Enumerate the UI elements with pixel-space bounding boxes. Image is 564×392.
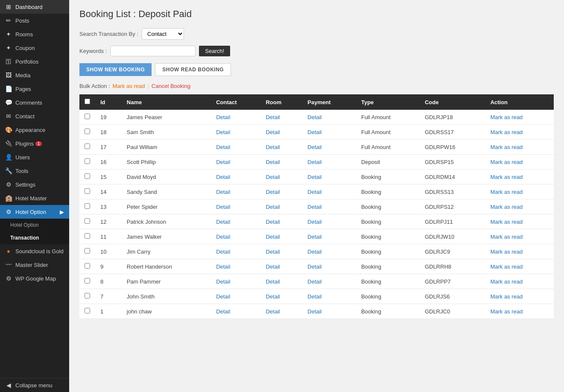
mark-read-action-link[interactable]: Mark as read <box>490 278 523 285</box>
room-detail-link[interactable]: Detail <box>266 234 280 240</box>
contact-detail-link[interactable]: Detail <box>216 129 230 135</box>
room-detail-link[interactable]: Detail <box>266 129 280 135</box>
row-checkbox[interactable] <box>85 278 90 284</box>
room-detail-link[interactable]: Detail <box>266 293 280 300</box>
sidebar-item-master-slider[interactable]: 〰 Master Slider <box>0 258 69 272</box>
contact-detail-link[interactable]: Detail <box>216 219 230 225</box>
room-detail-link[interactable]: Detail <box>266 159 280 165</box>
mark-read-action-link[interactable]: Mark as read <box>490 293 523 300</box>
row-checkbox[interactable] <box>85 263 90 269</box>
sidebar-item-posts[interactable]: ✏ Posts <box>0 14 69 27</box>
row-checkbox[interactable] <box>85 173 90 179</box>
row-checkbox[interactable] <box>85 293 90 298</box>
row-checkbox[interactable] <box>85 129 90 134</box>
payment-detail-link[interactable]: Detail <box>307 174 321 180</box>
contact-detail-link[interactable]: Detail <box>216 204 230 210</box>
sidebar-item-hotel-option-sub[interactable]: Hotel Option <box>0 219 69 231</box>
room-detail-link[interactable]: Detail <box>266 263 280 270</box>
sidebar-item-tools[interactable]: 🔧 Tools <box>0 164 69 178</box>
payment-detail-link[interactable]: Detail <box>307 189 321 195</box>
room-detail-link[interactable]: Detail <box>266 174 280 180</box>
contact-detail-link[interactable]: Detail <box>216 114 230 120</box>
sidebar-item-media[interactable]: 🖼 Media <box>0 68 69 82</box>
mark-read-action-link[interactable]: Mark as read <box>490 308 523 315</box>
contact-detail-link[interactable]: Detail <box>216 234 230 240</box>
payment-detail-link[interactable]: Detail <box>307 144 321 150</box>
row-checkbox[interactable] <box>85 233 90 239</box>
sidebar-item-soundcloud[interactable]: ● Soundcloud is Gold <box>0 244 69 258</box>
mark-read-action-link[interactable]: Mark as read <box>490 234 523 240</box>
contact-detail-link[interactable]: Detail <box>216 144 230 150</box>
mark-read-action-link[interactable]: Mark as read <box>490 263 523 270</box>
mark-read-action-link[interactable]: Mark as read <box>490 129 523 135</box>
room-detail-link[interactable]: Detail <box>266 189 280 195</box>
mark-read-action-link[interactable]: Mark as read <box>490 144 523 150</box>
show-read-booking-button[interactable]: SHOW READ BOOKING <box>155 63 231 76</box>
room-detail-link[interactable]: Detail <box>266 204 280 210</box>
mark-as-read-link[interactable]: Mark as read <box>113 83 145 89</box>
row-checkbox[interactable] <box>85 158 90 164</box>
search-transaction-select[interactable]: Contact Name Room Code <box>142 28 184 40</box>
mark-read-action-link[interactable]: Mark as read <box>490 159 523 165</box>
sidebar-item-transaction[interactable]: Transaction <box>0 231 69 244</box>
row-checkbox[interactable] <box>85 114 90 119</box>
contact-detail-link[interactable]: Detail <box>216 249 230 255</box>
row-checkbox[interactable] <box>85 203 90 209</box>
payment-detail-link[interactable]: Detail <box>307 204 321 210</box>
sidebar-item-contact[interactable]: ✉ Contact <box>0 109 69 123</box>
mark-read-action-link[interactable]: Mark as read <box>490 189 523 195</box>
row-checkbox[interactable] <box>85 143 90 149</box>
room-detail-link[interactable]: Detail <box>266 278 280 285</box>
room-detail-link[interactable]: Detail <box>266 249 280 255</box>
keywords-input[interactable] <box>110 46 196 56</box>
sidebar-item-wp-google-map[interactable]: ⚙ WP Google Map <box>0 272 69 285</box>
room-detail-link[interactable]: Detail <box>266 114 280 120</box>
row-checkbox[interactable] <box>85 248 90 254</box>
sidebar-item-plugins[interactable]: 🔌 Plugins 1 <box>0 137 69 150</box>
select-all-checkbox[interactable] <box>85 99 90 104</box>
mark-read-action-link[interactable]: Mark as read <box>490 249 523 255</box>
mark-read-action-link[interactable]: Mark as read <box>490 114 523 120</box>
sidebar-item-appearance[interactable]: 🎨 Appearance <box>0 123 69 137</box>
payment-detail-link[interactable]: Detail <box>307 308 321 315</box>
mark-read-action-link[interactable]: Mark as read <box>490 204 523 210</box>
sidebar-item-pages[interactable]: 📄 Pages <box>0 82 69 96</box>
show-new-booking-button[interactable]: SHOW NEW BOOKING <box>79 63 152 76</box>
row-checkbox[interactable] <box>85 218 90 224</box>
contact-detail-link[interactable]: Detail <box>216 159 230 165</box>
payment-detail-link[interactable]: Detail <box>307 129 321 135</box>
contact-detail-link[interactable]: Detail <box>216 278 230 285</box>
sidebar-item-hotel-master[interactable]: 🏨 Hotel Master <box>0 191 69 205</box>
payment-detail-link[interactable]: Detail <box>307 219 321 225</box>
sidebar-item-portfolios[interactable]: ⚿ Portfolios <box>0 55 69 68</box>
sidebar-item-comments[interactable]: 💬 Comments <box>0 96 69 109</box>
room-detail-link[interactable]: Detail <box>266 219 280 225</box>
room-detail-link[interactable]: Detail <box>266 144 280 150</box>
payment-detail-link[interactable]: Detail <box>307 234 321 240</box>
search-button[interactable]: Search! <box>199 46 230 56</box>
row-checkbox[interactable] <box>85 308 90 313</box>
contact-detail-link[interactable]: Detail <box>216 263 230 270</box>
contact-detail-link[interactable]: Detail <box>216 174 230 180</box>
payment-detail-link[interactable]: Detail <box>307 114 321 120</box>
payment-detail-link[interactable]: Detail <box>307 249 321 255</box>
mark-read-action-link[interactable]: Mark as read <box>490 174 523 180</box>
room-detail-link[interactable]: Detail <box>266 308 280 315</box>
sidebar-item-settings[interactable]: ⚙ Settings <box>0 178 69 191</box>
payment-detail-link[interactable]: Detail <box>307 278 321 285</box>
mark-read-action-link[interactable]: Mark as read <box>490 219 523 225</box>
sidebar-item-coupon[interactable]: ✦ Coupon <box>0 41 69 55</box>
contact-detail-link[interactable]: Detail <box>216 293 230 300</box>
cancel-booking-link[interactable]: Cancel Booking <box>152 83 190 89</box>
contact-detail-link[interactable]: Detail <box>216 189 230 195</box>
row-checkbox[interactable] <box>85 188 90 194</box>
sidebar-item-rooms[interactable]: ✦ Rooms <box>0 27 69 41</box>
contact-detail-link[interactable]: Detail <box>216 308 230 315</box>
collapse-menu[interactable]: ◀ Collapse menu <box>0 378 69 392</box>
payment-detail-link[interactable]: Detail <box>307 159 321 165</box>
sidebar-item-users[interactable]: 👤 Users <box>0 150 69 164</box>
sidebar-item-hotel-option[interactable]: ⚙ Hotel Option ▶ <box>0 205 69 219</box>
payment-detail-link[interactable]: Detail <box>307 263 321 270</box>
sidebar-item-dashboard[interactable]: ⊞ Dashboard <box>0 0 69 14</box>
payment-detail-link[interactable]: Detail <box>307 293 321 300</box>
